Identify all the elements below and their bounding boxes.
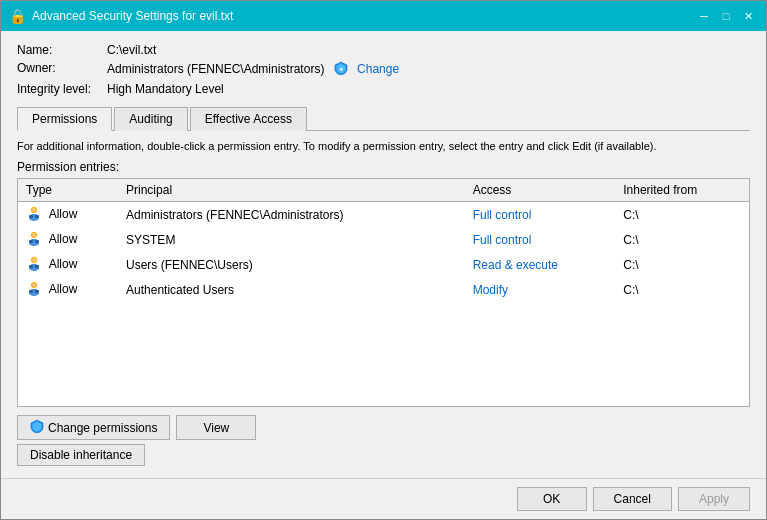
cell-inherited: C:\ xyxy=(615,202,749,228)
owner-row: Administrators (FENNEC\Administrators) ★… xyxy=(107,61,750,78)
table-row[interactable]: Allow SYSTEMFull controlC:\ xyxy=(18,227,749,252)
table-row[interactable]: Allow Administrators (FENNEC\Administrat… xyxy=(18,202,749,228)
titlebar: 🔒 Advanced Security Settings for evil.tx… xyxy=(1,1,766,31)
tab-effective-access[interactable]: Effective Access xyxy=(190,107,307,131)
bottom-buttons: Change permissions View Disable inherita… xyxy=(17,407,750,466)
cell-type: Allow xyxy=(18,227,118,252)
svg-rect-23 xyxy=(29,290,33,293)
cell-inherited: C:\ xyxy=(615,227,749,252)
cell-type: Allow xyxy=(18,252,118,277)
cell-access: Full control xyxy=(465,202,616,228)
table-row[interactable]: Allow Users (FENNEC\Users)Read & execute… xyxy=(18,252,749,277)
integrity-label: Integrity level: xyxy=(17,82,107,96)
cell-principal: Administrators (FENNEC\Administrators) xyxy=(118,202,465,228)
cell-access: Modify xyxy=(465,277,616,302)
user-icon xyxy=(26,230,42,249)
dialog-footer: OK Cancel Apply xyxy=(1,478,766,519)
col-principal: Principal xyxy=(118,179,465,202)
maximize-button[interactable]: □ xyxy=(716,6,736,26)
cancel-button[interactable]: Cancel xyxy=(593,487,672,511)
name-label: Name: xyxy=(17,43,107,57)
minimize-button[interactable]: ─ xyxy=(694,6,714,26)
view-button[interactable]: View xyxy=(176,415,256,440)
window-title: Advanced Security Settings for evil.txt xyxy=(32,9,233,23)
apply-button[interactable]: Apply xyxy=(678,487,750,511)
description-text: For additional information, double-click… xyxy=(17,139,750,154)
cell-access: Read & execute xyxy=(465,252,616,277)
change-permissions-button[interactable]: Change permissions xyxy=(17,415,170,440)
svg-rect-24 xyxy=(35,290,39,293)
cell-inherited: C:\ xyxy=(615,277,749,302)
svg-point-15 xyxy=(32,258,36,262)
owner-label: Owner: xyxy=(17,61,107,78)
owner-value: Administrators (FENNEC\Administrators) xyxy=(107,62,324,76)
user-icon xyxy=(26,205,42,224)
cell-access: Full control xyxy=(465,227,616,252)
cell-inherited: C:\ xyxy=(615,252,749,277)
tabs-bar: Permissions Auditing Effective Access xyxy=(17,106,750,131)
table-row[interactable]: Allow Authenticated UsersModifyC:\ xyxy=(18,277,749,302)
tab-auditing[interactable]: Auditing xyxy=(114,107,187,131)
main-content: Name: C:\evil.txt Owner: Administrators … xyxy=(1,31,766,478)
cell-principal: SYSTEM xyxy=(118,227,465,252)
shield-icon: ★ xyxy=(334,61,348,78)
main-window: 🔒 Advanced Security Settings for evil.tx… xyxy=(0,0,767,520)
svg-rect-12 xyxy=(35,240,39,243)
svg-rect-5 xyxy=(29,215,33,218)
perm-entries-label: Permission entries: xyxy=(17,160,750,174)
permissions-table-container: Type Principal Access Inherited from xyxy=(17,178,750,407)
bottom-row1: Change permissions View xyxy=(17,415,750,440)
cell-principal: Users (FENNEC\Users) xyxy=(118,252,465,277)
svg-point-9 xyxy=(32,233,36,237)
table-header-row: Type Principal Access Inherited from xyxy=(18,179,749,202)
col-type: Type xyxy=(18,179,118,202)
integrity-value: High Mandatory Level xyxy=(107,82,750,96)
svg-rect-11 xyxy=(29,240,33,243)
cell-type: Allow xyxy=(18,277,118,302)
svg-point-3 xyxy=(32,208,36,212)
titlebar-controls: ─ □ ✕ xyxy=(694,6,758,26)
change-owner-link[interactable]: Change xyxy=(357,62,399,76)
cell-type: Allow xyxy=(18,202,118,228)
permissions-table: Type Principal Access Inherited from xyxy=(18,179,749,302)
svg-point-21 xyxy=(32,283,36,287)
cell-principal: Authenticated Users xyxy=(118,277,465,302)
shield-btn-icon xyxy=(30,419,44,436)
svg-rect-18 xyxy=(35,265,39,268)
name-value: C:\evil.txt xyxy=(107,43,750,57)
close-button[interactable]: ✕ xyxy=(738,6,758,26)
svg-rect-6 xyxy=(35,215,39,218)
col-inherited: Inherited from xyxy=(615,179,749,202)
info-grid: Name: C:\evil.txt Owner: Administrators … xyxy=(17,43,750,96)
user-icon xyxy=(26,280,42,299)
change-permissions-label: Change permissions xyxy=(48,421,157,435)
window-icon: 🔒 xyxy=(9,8,26,24)
disable-inheritance-button[interactable]: Disable inheritance xyxy=(17,444,145,466)
titlebar-left: 🔒 Advanced Security Settings for evil.tx… xyxy=(9,8,233,24)
ok-button[interactable]: OK xyxy=(517,487,587,511)
col-access: Access xyxy=(465,179,616,202)
user-icon xyxy=(26,255,42,274)
bottom-row2: Disable inheritance xyxy=(17,444,750,466)
tab-permissions[interactable]: Permissions xyxy=(17,107,112,131)
svg-rect-17 xyxy=(29,265,33,268)
